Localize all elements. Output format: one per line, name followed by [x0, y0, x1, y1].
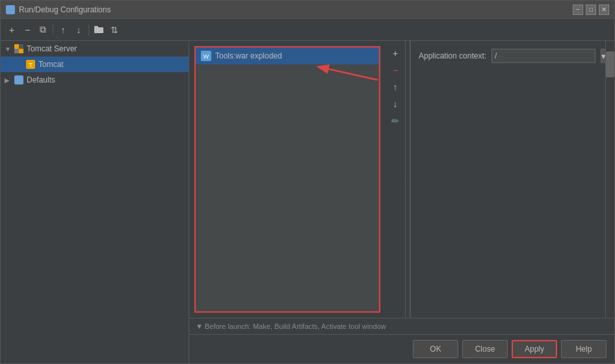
right-top: W Tools:war exploded + − ↑ ↓ — [189, 41, 614, 318]
add-config-button[interactable]: + — [5, 23, 19, 37]
remove-artifact-button[interactable]: − — [388, 63, 402, 77]
right-panel: W Tools:war exploded + − ↑ ↓ — [189, 41, 614, 363]
expand-arrow-tomcat-server: ▼ — [5, 46, 11, 53]
tomcat-icon: T — [25, 59, 36, 70]
title-bar-controls: − □ ✕ — [573, 5, 609, 15]
title-bar: Run/Debug Configurations − □ ✕ — [1, 1, 614, 19]
main-content: ▼ Tomcat Server T — [1, 41, 614, 363]
before-launch-bar: ▼ Before launch: Make, Build Artifacts, … — [189, 318, 614, 334]
app-context-row: Application context: ▾ — [419, 49, 597, 63]
dialog-title: Run/Debug Configurations — [19, 5, 111, 14]
svg-rect-0 — [94, 27, 103, 33]
close-button[interactable]: ✕ — [599, 5, 609, 15]
tomcat-server-label: Tomcat Server — [27, 44, 77, 53]
app-context-input[interactable] — [491, 49, 595, 63]
copy-config-button[interactable]: ⧉ — [36, 23, 50, 37]
main-area: W Tools:war exploded + − ↑ ↓ — [189, 41, 614, 334]
close-button-action[interactable]: Close — [462, 340, 508, 358]
maximize-button[interactable]: □ — [586, 5, 596, 15]
deployment-buttons: + − ↑ ↓ ✏ — [386, 41, 405, 318]
artifact-icon: W — [201, 51, 211, 61]
app-context-label: Application context: — [419, 51, 486, 60]
tomcat-server-icon — [14, 44, 24, 54]
move-down-button[interactable]: ↓ — [72, 23, 86, 37]
defaults-icon — [14, 75, 24, 85]
sidebar: ▼ Tomcat Server T — [1, 41, 189, 363]
minimize-button[interactable]: − — [573, 5, 583, 15]
app-context-panel: Application context: ▾ — [410, 41, 605, 318]
sidebar-item-tomcat-server[interactable]: ▼ Tomcat Server — [1, 41, 189, 57]
artifact-item-tools-war[interactable]: W Tools:war exploded — [196, 47, 379, 64]
edit-artifact-button[interactable]: ✏ — [388, 114, 402, 128]
svg-text:W: W — [203, 53, 209, 60]
svg-rect-1 — [94, 26, 98, 28]
deployment-panel: W Tools:war exploded — [189, 41, 386, 318]
panel-divider[interactable]: ··· — [405, 41, 410, 318]
ok-button[interactable]: OK — [413, 340, 458, 358]
artifact-list: W Tools:war exploded — [194, 46, 380, 313]
toolbar-separator-2 — [88, 25, 89, 35]
up-artifact-button[interactable]: ↑ — [388, 80, 402, 94]
add-artifact-button[interactable]: + — [388, 46, 402, 60]
sidebar-item-tomcat[interactable]: T Tomcat — [1, 57, 189, 72]
defaults-label: Defaults — [27, 75, 55, 84]
svg-rect-3 — [19, 49, 23, 53]
sidebar-item-defaults[interactable]: ▶ Defaults — [1, 72, 189, 88]
remove-config-button[interactable]: − — [20, 23, 34, 37]
down-artifact-button[interactable]: ↓ — [388, 97, 402, 111]
tomcat-label: Tomcat — [38, 60, 64, 69]
move-up-button[interactable]: ↑ — [56, 23, 70, 37]
window-icon — [6, 5, 15, 14]
apply-button[interactable]: Apply — [512, 340, 557, 358]
before-launch-text: Before launch: Make, Build Artifacts, Ac… — [205, 322, 386, 330]
svg-rect-2 — [14, 44, 19, 49]
svg-rect-8 — [14, 75, 23, 84]
folder-button[interactable] — [92, 23, 106, 37]
config-toolbar: + − ⧉ ↑ ↓ ⇅ — [1, 19, 614, 41]
sort-button[interactable]: ⇅ — [107, 23, 122, 37]
svg-text:T: T — [29, 62, 33, 68]
help-button[interactable]: Help — [561, 340, 607, 358]
svg-rect-5 — [14, 49, 19, 53]
artifact-label: Tools:war exploded — [215, 51, 282, 60]
scrollbar[interactable] — [605, 41, 614, 318]
toolbar-separator-1 — [53, 25, 53, 35]
run-debug-configurations-dialog: Run/Debug Configurations − □ ✕ + − ⧉ ↑ ↓… — [0, 0, 615, 364]
scrollbar-thumb[interactable] — [606, 51, 614, 77]
expand-arrow-defaults: ▶ — [5, 77, 11, 84]
action-buttons: OK Close Apply Help — [189, 334, 614, 363]
before-launch-toggle[interactable]: ▼ — [196, 322, 205, 330]
svg-rect-4 — [19, 44, 23, 49]
